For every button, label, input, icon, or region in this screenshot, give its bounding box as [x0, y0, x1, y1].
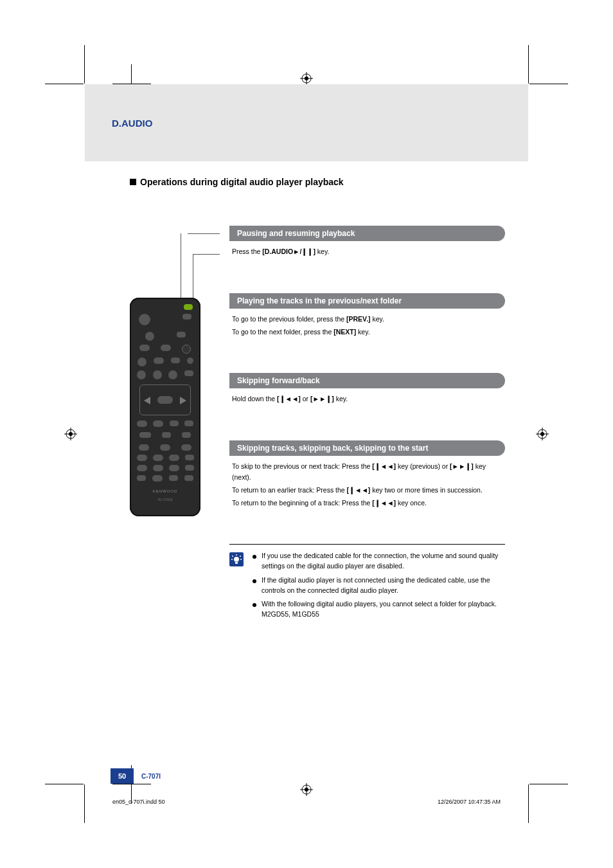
remote-model: RC-F0508	[135, 498, 195, 502]
block-title: Playing the tracks in the previous/next …	[229, 293, 505, 309]
tip-item: If you use the dedicated cable for the c…	[253, 551, 505, 572]
registration-mark-top	[300, 72, 313, 85]
folder-prev-text: To go to the previous folder, press the …	[232, 314, 502, 325]
remote-brand: KENWOOD	[135, 489, 195, 493]
svg-point-19	[231, 559, 233, 560]
print-slug: en05_c-707i.indd 50 12/26/2007 10:47:35 …	[112, 799, 501, 805]
block-pause: Pausing and resuming playback Press the …	[229, 226, 505, 257]
block-skip-fwd-back: Skipping forward/back Hold down the [❙◄◄…	[229, 373, 505, 404]
block-skip-tracks: Skipping tracks, skipping back, skipping…	[229, 440, 505, 508]
skipfb-text: Hold down the [❙◄◄] or [►►❙] key.	[232, 393, 502, 404]
page-number: 50	[111, 768, 134, 784]
skiptrack-line1: To skip to the previous or next track: P…	[232, 461, 502, 483]
svg-rect-21	[235, 562, 238, 564]
block-folder: Playing the tracks in the previous/next …	[229, 293, 505, 338]
registration-mark-bottom	[300, 783, 313, 796]
remote-control-icon: KENWOOD RC-F0508	[130, 298, 200, 516]
folder-next-text: To go to the next folder, press the [NEX…	[232, 327, 502, 338]
tip-item: With the following digital audio players…	[253, 599, 505, 620]
header-band: D.AUDIO	[85, 84, 528, 161]
tip-item: If the digital audio player is not conne…	[253, 575, 505, 596]
slug-file: en05_c-707i.indd 50	[112, 799, 165, 805]
page: D.AUDIO Operations during digital audio …	[85, 84, 528, 784]
tip-section: If you use the dedicated cable for the c…	[229, 551, 505, 624]
footer-model: C-707I	[141, 773, 161, 784]
registration-mark-right	[536, 428, 549, 440]
header-section-title: D.AUDIO	[112, 118, 152, 129]
svg-point-18	[240, 556, 241, 557]
section-heading: Operations during digital audio player p…	[130, 177, 505, 187]
skiptrack-line3: To return to the beginning of a track: P…	[232, 498, 502, 509]
section-heading-text: Operations during digital audio player p…	[140, 177, 344, 187]
square-bullet-icon	[130, 179, 136, 185]
registration-mark-left	[64, 428, 77, 440]
skiptrack-line2: To return to an earlier track: Press the…	[232, 485, 502, 496]
separator	[229, 544, 505, 545]
block-title: Pausing and resuming playback	[229, 226, 505, 241]
slug-timestamp: 12/26/2007 10:47:35 AM	[438, 799, 501, 805]
tip-list: If you use the dedicated cable for the c…	[253, 551, 505, 624]
pause-text: Press the [D.AUDIO►/❙❙] key.	[232, 246, 502, 257]
tip-bulb-icon	[229, 552, 244, 566]
remote-illustration: KENWOOD RC-F0508	[130, 226, 210, 624]
svg-point-16	[232, 556, 233, 557]
block-title: Skipping forward/back	[229, 373, 505, 388]
svg-point-20	[240, 559, 242, 560]
page-footer: 50 C-707I	[85, 745, 528, 784]
block-title: Skipping tracks, skipping back, skipping…	[229, 440, 505, 456]
svg-point-17	[236, 554, 237, 556]
